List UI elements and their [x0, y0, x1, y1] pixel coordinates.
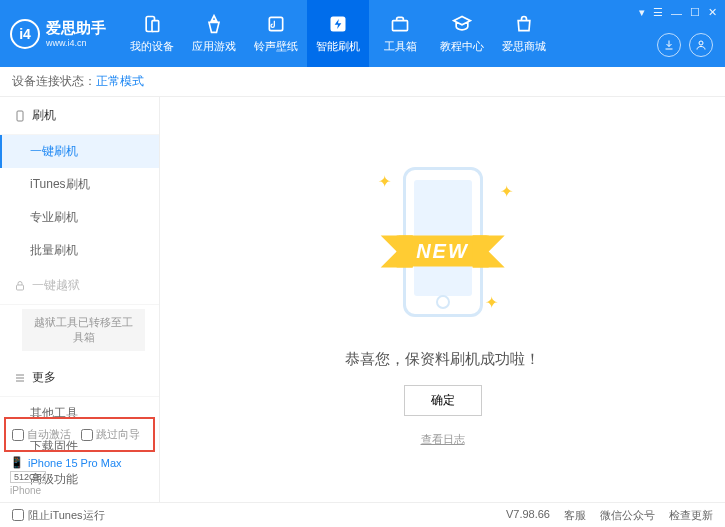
- nav-ringtones[interactable]: 铃声壁纸: [245, 0, 307, 67]
- success-message: 恭喜您，保资料刷机成功啦！: [345, 350, 540, 369]
- svg-rect-6: [17, 111, 23, 121]
- menu-icon[interactable]: ▾: [639, 6, 645, 19]
- toolbox-icon: [389, 13, 411, 35]
- tutorial-icon: [451, 13, 473, 35]
- logo-icon: i4: [10, 19, 40, 49]
- device-info: 📱 iPhone 15 Pro Max 512GB iPhone: [0, 450, 159, 502]
- nav-smart-flash[interactable]: 智能刷机: [307, 0, 369, 67]
- app-header: i4 爱思助手 www.i4.cn 我的设备 应用游戏 铃声壁纸 智能刷机 工具…: [0, 0, 725, 67]
- brand-name: 爱思助手: [46, 19, 106, 38]
- sidebar-group-more[interactable]: 更多: [0, 359, 159, 397]
- main-content: NEW ✦ ✦ ✦ 恭喜您，保资料刷机成功啦！ 确定 查看日志: [160, 97, 725, 502]
- nav-shop[interactable]: 爱思商城: [493, 0, 555, 67]
- sparkle-icon: ✦: [485, 293, 498, 312]
- ok-button[interactable]: 确定: [404, 385, 482, 416]
- devices-icon: [141, 13, 163, 35]
- auto-activate-checkbox[interactable]: 自动激活: [12, 427, 71, 442]
- sidebar-item-batch-flash[interactable]: 批量刷机: [0, 234, 159, 267]
- footer-link-update[interactable]: 检查更新: [669, 508, 713, 523]
- shop-icon: [513, 13, 535, 35]
- device-name[interactable]: 📱 iPhone 15 Pro Max: [10, 456, 149, 469]
- footer-bar: 阻止iTunes运行 V7.98.66 客服 微信公众号 检查更新: [0, 502, 725, 527]
- svg-rect-4: [393, 21, 408, 31]
- status-mode: 正常模式: [96, 73, 144, 90]
- sidebar-item-pro-flash[interactable]: 专业刷机: [0, 201, 159, 234]
- success-illustration: NEW ✦ ✦ ✦: [353, 152, 533, 332]
- lock-icon: [14, 280, 26, 292]
- phone-small-icon: 📱: [10, 456, 24, 469]
- logo-area: i4 爱思助手 www.i4.cn: [10, 19, 106, 49]
- music-icon: [265, 13, 287, 35]
- main-nav: 我的设备 应用游戏 铃声壁纸 智能刷机 工具箱 教程中心 爱思商城: [121, 0, 555, 67]
- footer-link-wechat[interactable]: 微信公众号: [600, 508, 655, 523]
- close-icon[interactable]: ✕: [708, 6, 717, 19]
- sidebar-item-itunes-flash[interactable]: iTunes刷机: [0, 168, 159, 201]
- device-type: iPhone: [10, 485, 149, 496]
- maximize-icon[interactable]: ☐: [690, 6, 700, 19]
- sidebar-item-oneclick-flash[interactable]: 一键刷机: [0, 135, 159, 168]
- new-ribbon: NEW: [398, 236, 487, 267]
- sidebar-group-flash[interactable]: 刷机: [0, 97, 159, 135]
- footer-link-support[interactable]: 客服: [564, 508, 586, 523]
- device-storage: 512GB: [10, 471, 46, 483]
- flash-icon: [327, 13, 349, 35]
- version-label: V7.98.66: [506, 508, 550, 523]
- view-log-link[interactable]: 查看日志: [421, 432, 465, 447]
- download-button[interactable]: [657, 33, 681, 57]
- settings-icon[interactable]: ☰: [653, 6, 663, 19]
- sidebar-jailbreak-note: 越狱工具已转移至工具箱: [22, 309, 145, 351]
- nav-my-devices[interactable]: 我的设备: [121, 0, 183, 67]
- brand-url: www.i4.cn: [46, 38, 106, 48]
- user-button[interactable]: [689, 33, 713, 57]
- nav-apps[interactable]: 应用游戏: [183, 0, 245, 67]
- nav-toolbox[interactable]: 工具箱: [369, 0, 431, 67]
- sparkle-icon: ✦: [378, 172, 391, 191]
- sidebar-group-jailbreak: 一键越狱: [0, 267, 159, 305]
- phone-icon: [14, 110, 26, 122]
- apps-icon: [203, 13, 225, 35]
- status-label: 设备连接状态：: [12, 73, 96, 90]
- block-itunes-checkbox[interactable]: 阻止iTunes运行: [12, 508, 105, 523]
- sidebar: 刷机 一键刷机 iTunes刷机 专业刷机 批量刷机 一键越狱 越狱工具已转移至…: [0, 97, 160, 502]
- highlighted-options: 自动激活 跳过向导: [4, 417, 155, 452]
- status-bar: 设备连接状态： 正常模式: [0, 67, 725, 97]
- list-icon: [14, 372, 26, 384]
- svg-point-5: [699, 41, 703, 45]
- svg-rect-1: [152, 21, 159, 32]
- minimize-icon[interactable]: —: [671, 7, 682, 19]
- skip-guide-checkbox[interactable]: 跳过向导: [81, 427, 140, 442]
- window-controls: ▾ ☰ — ☐ ✕: [639, 6, 717, 19]
- nav-tutorials[interactable]: 教程中心: [431, 0, 493, 67]
- sparkle-icon: ✦: [500, 182, 513, 201]
- svg-rect-7: [17, 285, 24, 290]
